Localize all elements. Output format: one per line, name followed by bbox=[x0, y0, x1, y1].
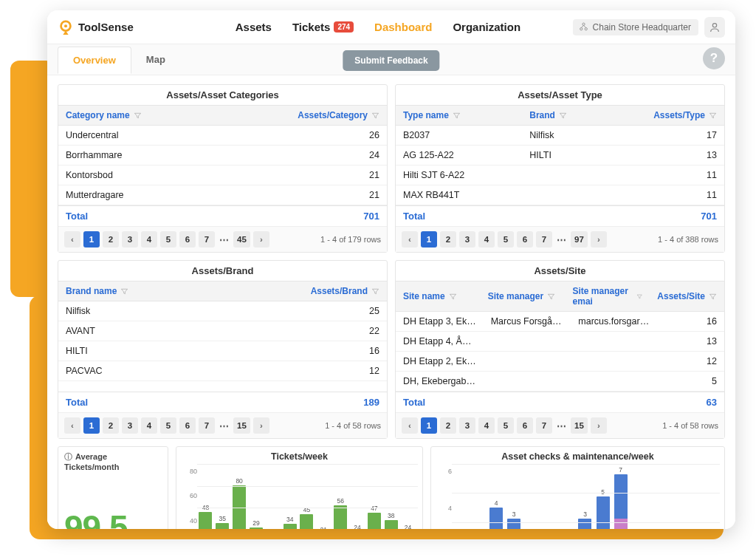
page-button[interactable]: 3 bbox=[459, 231, 475, 247]
page-button[interactable]: 4 bbox=[478, 231, 495, 247]
page-button[interactable]: › bbox=[591, 417, 607, 434]
col-assets-site[interactable]: Assets/Site bbox=[650, 281, 724, 311]
page-button[interactable]: 7 bbox=[199, 417, 215, 434]
page-button[interactable]: 15 bbox=[571, 417, 588, 434]
nav-dashboard[interactable]: Dashboard bbox=[374, 21, 432, 33]
nav-organization[interactable]: Organization bbox=[453, 21, 520, 33]
cell-brand bbox=[522, 185, 628, 205]
table-row[interactable]: DH Etapp 4, Åbrovä…13 bbox=[396, 332, 724, 352]
page-button[interactable]: 1 bbox=[83, 417, 100, 434]
page-button[interactable]: 5 bbox=[498, 231, 514, 247]
page-button[interactable]: 15 bbox=[233, 417, 250, 434]
col-type-name[interactable]: Type name bbox=[396, 106, 522, 125]
table-row[interactable]: HILTI16 bbox=[58, 341, 387, 361]
table-row[interactable]: DH Etapp 3, Ekeber…Marcus Forsgårdhmarcu… bbox=[396, 312, 724, 332]
page-button[interactable]: 97 bbox=[571, 231, 588, 247]
cell-mgr: Marcus Forsgårdh bbox=[484, 312, 571, 331]
col-assets-brand[interactable]: Assets/Brand bbox=[223, 281, 388, 301]
page-button[interactable]: 4 bbox=[141, 231, 157, 247]
page-button[interactable]: 6 bbox=[179, 417, 196, 434]
page-button[interactable]: 4 bbox=[478, 417, 495, 434]
table-row[interactable]: AG 125-A22HILTI13 bbox=[396, 146, 724, 165]
col-assets-type[interactable]: Assets/Type bbox=[628, 106, 724, 125]
table-row[interactable]: DH, Ekebergabacke…5 bbox=[396, 372, 724, 392]
page-button[interactable]: 5 bbox=[160, 417, 176, 434]
table-row[interactable]: Mutterdragare21 bbox=[58, 185, 387, 205]
cell-count: 13 bbox=[659, 332, 724, 351]
page-button[interactable]: 1 bbox=[421, 231, 437, 247]
page-button[interactable]: 1 bbox=[421, 417, 437, 434]
page-button[interactable]: 2 bbox=[103, 231, 119, 247]
org-name: Chain Store Headquarter bbox=[593, 22, 691, 33]
page-button[interactable]: ‹ bbox=[64, 231, 80, 247]
cell-mgr bbox=[484, 332, 571, 351]
page-button[interactable]: ‹ bbox=[402, 231, 418, 247]
table-row[interactable]: DH Etapp 2, Ekeber…12 bbox=[396, 352, 724, 372]
chart-bar: 24 bbox=[401, 524, 415, 529]
chart-bar: 56 bbox=[334, 497, 348, 529]
col-site-email[interactable]: Site manager emai bbox=[566, 281, 650, 311]
col-brand[interactable]: Brand bbox=[522, 106, 628, 125]
page-ellipsis: ⋯ bbox=[218, 420, 230, 431]
tab-map[interactable]: Map bbox=[131, 47, 180, 73]
filter-icon bbox=[453, 112, 461, 120]
page-button[interactable]: 3 bbox=[122, 231, 138, 247]
page-button[interactable]: › bbox=[253, 417, 269, 434]
col-category-name[interactable]: Category name bbox=[58, 106, 223, 125]
page-button[interactable]: 45 bbox=[233, 231, 250, 247]
page-button[interactable]: 6 bbox=[517, 417, 533, 434]
nav-tickets[interactable]: Tickets274 bbox=[292, 21, 354, 33]
user-menu[interactable] bbox=[704, 17, 725, 38]
page-button[interactable]: 2 bbox=[440, 231, 456, 247]
table-row[interactable]: B2037Nilfisk17 bbox=[396, 126, 724, 146]
org-selector[interactable]: Chain Store Headquarter bbox=[573, 19, 698, 35]
col-assets-category[interactable]: Assets/Category bbox=[223, 106, 388, 125]
table-row[interactable]: MAX RB441T11 bbox=[396, 185, 724, 205]
page-button[interactable]: 7 bbox=[536, 417, 552, 434]
table-row[interactable]: AVANT22 bbox=[58, 321, 387, 341]
nav-assets[interactable]: Assets bbox=[236, 21, 272, 33]
page-button[interactable]: › bbox=[253, 231, 269, 247]
svg-point-1 bbox=[64, 24, 67, 27]
page-button[interactable]: 5 bbox=[160, 231, 176, 247]
chart-bar: 24 bbox=[351, 524, 365, 529]
help-button[interactable]: ? bbox=[703, 47, 725, 69]
filter-icon bbox=[134, 112, 142, 120]
table-row[interactable]: Hilti SJT 6-A2211 bbox=[396, 165, 724, 185]
page-button[interactable]: 4 bbox=[141, 417, 157, 434]
table-row[interactable]: PACVAC12 bbox=[58, 361, 387, 381]
chart-bar: 29 bbox=[250, 519, 264, 529]
submit-feedback-button[interactable]: Submit Feedback bbox=[343, 50, 439, 71]
page-button[interactable]: 3 bbox=[459, 417, 475, 434]
cell-email bbox=[571, 352, 659, 371]
col-site-manager[interactable]: Site manager bbox=[481, 281, 566, 311]
table-row[interactable]: Kontorsbod21 bbox=[58, 165, 387, 185]
table-row[interactable]: Borrhammare24 bbox=[58, 146, 387, 165]
table-row[interactable]: Nilfisk25 bbox=[58, 301, 387, 321]
tab-overview[interactable]: Overview bbox=[58, 47, 131, 74]
page-button[interactable]: ‹ bbox=[402, 417, 418, 434]
page-button[interactable]: 2 bbox=[103, 417, 119, 434]
app-window: ToolSense Assets Tickets274 Dashboard Or… bbox=[47, 10, 735, 529]
chart-bar: 45 bbox=[300, 506, 314, 529]
logo[interactable]: ToolSense bbox=[58, 19, 134, 35]
filter-icon bbox=[449, 293, 457, 301]
cell-site: DH Etapp 4, Åbrovä… bbox=[396, 332, 484, 351]
cell-count: 21 bbox=[223, 165, 388, 185]
page-button[interactable]: 2 bbox=[440, 417, 456, 434]
page-button[interactable]: 7 bbox=[199, 231, 215, 247]
page-button[interactable]: 3 bbox=[122, 417, 138, 434]
page-button[interactable]: 6 bbox=[517, 231, 533, 247]
page-button[interactable]: › bbox=[591, 231, 607, 247]
page-button[interactable]: 7 bbox=[536, 231, 552, 247]
cell-type: B2037 bbox=[396, 126, 522, 145]
chart-tickets-week: Tickets/week 806040204835802919344521562… bbox=[176, 446, 423, 529]
col-site-name[interactable]: Site name bbox=[396, 281, 481, 311]
cell-count: 22 bbox=[223, 321, 388, 341]
col-brand-name[interactable]: Brand name bbox=[58, 281, 223, 301]
page-button[interactable]: 6 bbox=[179, 231, 196, 247]
page-button[interactable]: ‹ bbox=[64, 417, 80, 434]
table-row[interactable]: Undercentral26 bbox=[58, 126, 387, 146]
page-button[interactable]: 1 bbox=[83, 231, 100, 247]
page-button[interactable]: 5 bbox=[498, 417, 514, 434]
